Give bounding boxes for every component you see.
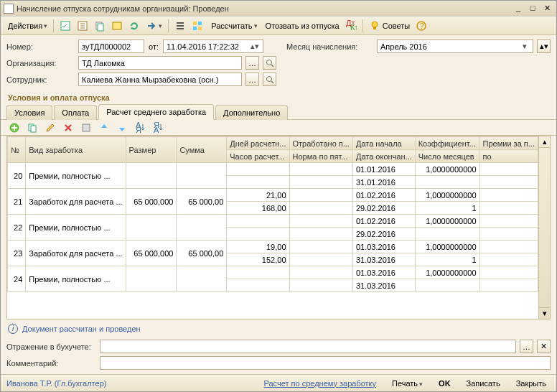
- spinner-icon[interactable]: ▴▾: [250, 42, 260, 51]
- col-worked[interactable]: Отработано п...: [289, 137, 352, 150]
- post-icon[interactable]: [75, 19, 90, 33]
- close-form-button[interactable]: Закрыть: [512, 378, 551, 389]
- vertical-scrollbar[interactable]: ▴ ▾: [538, 136, 550, 319]
- col-months[interactable]: Число месяцев: [415, 150, 479, 163]
- refresh2-icon[interactable]: [126, 19, 142, 33]
- svg-text:?: ?: [420, 22, 424, 30]
- org-select-button[interactable]: …: [245, 56, 259, 70]
- edit-row-icon[interactable]: [42, 121, 58, 135]
- scroll-track[interactable]: [539, 148, 550, 307]
- dtkt-icon[interactable]: ДтКт: [343, 19, 359, 33]
- month-spinner[interactable]: ▴▾: [537, 39, 551, 53]
- number-field[interactable]: [78, 39, 144, 53]
- delete-row-icon[interactable]: [60, 121, 76, 135]
- scroll-up-icon[interactable]: ▴: [539, 136, 550, 148]
- go-icon[interactable]: ▾: [144, 19, 164, 33]
- scroll-down-icon[interactable]: ▾: [539, 307, 550, 319]
- structure-icon[interactable]: [189, 19, 205, 33]
- org-field[interactable]: ТД Лакомка: [78, 56, 242, 70]
- table-row[interactable]: 21Заработок для расчета ...65 000,00065 …: [8, 189, 538, 202]
- refresh-icon[interactable]: [57, 19, 73, 33]
- list-icon[interactable]: [172, 19, 188, 33]
- svg-point-11: [372, 22, 378, 27]
- account-field[interactable]: [100, 340, 516, 353]
- svg-rect-7: [193, 27, 197, 30]
- emp-field[interactable]: Калиева Жанна Мырзабековна (осн.): [78, 73, 242, 86]
- earnings-grid[interactable]: № Вид заработка Размер Сумма Дней расчет…: [7, 136, 538, 292]
- org-lookup-icon[interactable]: [263, 56, 276, 70]
- main-window: Начисление отпуска сотрудникам организац…: [0, 0, 557, 392]
- end-edit-icon[interactable]: [78, 121, 94, 135]
- comment-field[interactable]: [100, 356, 551, 370]
- org-label: Организация:: [6, 59, 74, 67]
- tab-conditions[interactable]: Условия: [6, 105, 52, 120]
- svg-text:Кт: Кт: [350, 23, 357, 32]
- copy-icon[interactable]: [92, 19, 108, 33]
- col-dend[interactable]: Дата окончан...: [352, 150, 415, 163]
- move-up-icon[interactable]: [96, 121, 112, 135]
- grid-toolbar: AЯ ЯA: [1, 120, 556, 136]
- sort-desc-icon[interactable]: ЯA: [150, 121, 166, 135]
- help-icon[interactable]: ?: [413, 19, 429, 33]
- document-icon: [4, 4, 14, 14]
- account-clear-icon[interactable]: ✕: [537, 340, 551, 353]
- recall-button[interactable]: Отозвать из отпуска: [261, 19, 342, 33]
- table-row[interactable]: 20Премии, полностью ...01.01.20161,00000…: [8, 163, 538, 176]
- col-dstart[interactable]: Дата начала: [352, 137, 415, 150]
- col-num[interactable]: №: [8, 137, 26, 163]
- close-button[interactable]: ✕: [540, 3, 553, 14]
- date-field[interactable]: 11.04.2016 17:22:32▴▾: [163, 39, 263, 53]
- table-row[interactable]: 23Заработок для расчета ...65 000,00065 …: [8, 241, 538, 253]
- grid-container: № Вид заработка Размер Сумма Дней расчет…: [6, 136, 551, 319]
- emp-select-button[interactable]: …: [245, 73, 259, 86]
- form-header: Номер: от: 11.04.2016 17:22:32▴▾ Месяц н…: [1, 35, 556, 90]
- col-norm[interactable]: Норма по пят...: [289, 150, 352, 163]
- svg-point-15: [266, 60, 271, 65]
- user-link[interactable]: Иванова Т.Р. (Гл.бухгалтер): [6, 379, 106, 388]
- table-row[interactable]: 22Премии, полностью ...01.02.20161,00000…: [8, 215, 538, 228]
- month-field[interactable]: Апрель 2016▾: [377, 39, 533, 53]
- col-bonus[interactable]: Премии за п...: [479, 137, 538, 150]
- move-down-icon[interactable]: [114, 121, 130, 135]
- tab-payment[interactable]: Оплата: [54, 105, 97, 120]
- maximize-button[interactable]: □: [526, 3, 539, 14]
- book-icon[interactable]: [109, 19, 125, 33]
- copy-row-icon[interactable]: [24, 121, 40, 135]
- add-row-icon[interactable]: [6, 121, 22, 135]
- emp-lookup-icon[interactable]: [263, 73, 276, 86]
- tab-additional[interactable]: Дополнительно: [215, 105, 288, 120]
- info-icon: i: [8, 324, 18, 334]
- account-select-button[interactable]: …: [520, 340, 533, 353]
- save-button[interactable]: Записать: [462, 378, 505, 389]
- print-button[interactable]: Печать▾: [388, 378, 427, 389]
- footer-bar: Иванова Т.Р. (Гл.бухгалтер) Расчет по ср…: [1, 374, 556, 391]
- avg-calc-link[interactable]: Расчет по среднему заработку: [259, 378, 380, 389]
- chevron-down-icon[interactable]: ▾: [520, 42, 530, 51]
- month-label: Месяц начисления:: [286, 42, 373, 51]
- emp-label: Сотрудник:: [6, 75, 74, 84]
- advice-button[interactable]: Советы: [367, 19, 412, 33]
- status-text: Документ рассчитан и проведен: [22, 325, 141, 333]
- svg-rect-8: [198, 27, 202, 30]
- col-kind[interactable]: Вид заработка: [26, 137, 126, 163]
- col-hours[interactable]: Часов расчет...: [227, 150, 289, 163]
- col-po[interactable]: по: [479, 150, 538, 163]
- svg-rect-3: [98, 24, 103, 31]
- table-row[interactable]: 24Премии, полностью ...01.03.20161,00000…: [8, 266, 538, 279]
- actions-menu[interactable]: Действия▾: [4, 19, 50, 33]
- svg-line-16: [271, 65, 273, 67]
- col-sum[interactable]: Сумма: [177, 137, 227, 163]
- col-coef[interactable]: Коэффициент...: [415, 137, 479, 150]
- comment-label: Комментарий:: [6, 359, 95, 368]
- col-days[interactable]: Дней расчетн...: [227, 137, 289, 150]
- from-label: от:: [149, 42, 159, 51]
- svg-line-18: [271, 81, 273, 83]
- minimize-button[interactable]: _: [512, 3, 525, 14]
- calculate-button[interactable]: Рассчитать▾: [207, 19, 259, 33]
- col-size[interactable]: Размер: [126, 137, 177, 163]
- sort-asc-icon[interactable]: AЯ: [132, 121, 148, 135]
- ok-button[interactable]: OK: [434, 378, 455, 389]
- tab-average[interactable]: Расчет среднего заработка: [98, 104, 214, 120]
- titlebar: Начисление отпуска сотрудникам организац…: [1, 1, 556, 17]
- svg-point-17: [266, 76, 271, 81]
